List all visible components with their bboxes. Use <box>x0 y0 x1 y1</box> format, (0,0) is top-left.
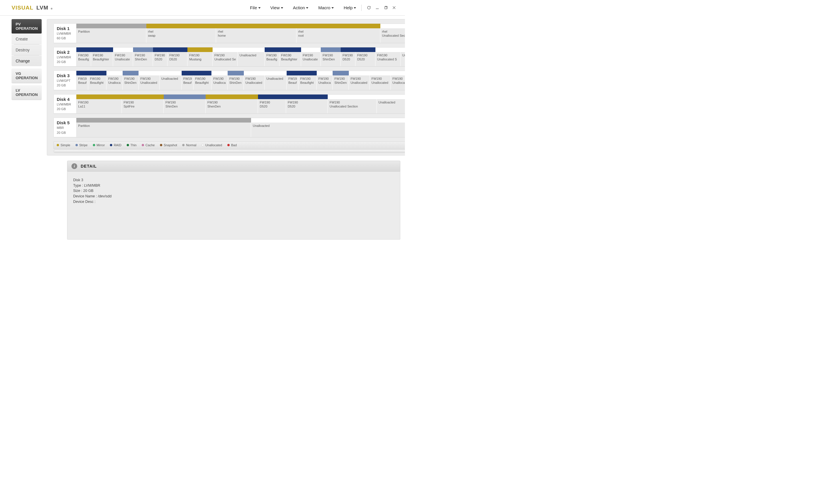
segment-bar[interactable] <box>213 47 238 52</box>
segment-bar[interactable] <box>265 71 287 75</box>
scrollbar-thumb[interactable] <box>54 150 405 152</box>
segment-bar[interactable] <box>164 95 206 99</box>
segment-bar[interactable] <box>286 95 328 99</box>
segment-bar[interactable] <box>91 47 113 52</box>
segment-label[interactable]: FW190La11 <box>76 99 122 114</box>
segment-label[interactable]: FW190Unalloca <box>317 75 333 90</box>
segment-bar[interactable] <box>76 24 146 28</box>
segment-bar[interactable] <box>76 47 91 52</box>
segment-bar[interactable] <box>333 71 349 75</box>
segment-label[interactable]: FW190SpitFire <box>122 99 164 114</box>
segment-label[interactable]: FW190ShinDen <box>123 75 139 90</box>
segment-bar[interactable] <box>167 47 187 52</box>
segment-label[interactable]: FW190Unallocated <box>370 75 390 90</box>
menu-help[interactable]: Help <box>343 5 356 10</box>
segment-label[interactable]: Unalloacted <box>238 52 265 67</box>
disk-row[interactable]: Disk 4LVM/MBR20 GBFW190La11FW190SpitFire… <box>53 94 405 114</box>
segment-bar[interactable] <box>251 118 405 123</box>
segment-label[interactable]: FW19Beauf <box>287 75 299 90</box>
segment-bar[interactable] <box>123 71 139 75</box>
segment-bar[interactable] <box>238 47 265 52</box>
segment-label[interactable]: FW190Unallocated <box>139 75 159 90</box>
segment-label[interactable]: FW190ShinDen <box>228 75 244 90</box>
menu-macro[interactable]: Macro <box>318 5 334 10</box>
segment-label[interactable]: FW190Unalloca <box>106 75 123 90</box>
segment-label[interactable]: FW190Beaufight <box>299 75 317 90</box>
segment-bar[interactable] <box>355 47 376 52</box>
segment-bar[interactable] <box>341 47 355 52</box>
segment-bar[interactable] <box>139 71 159 75</box>
segment-label[interactable]: FW190Unallocated Section <box>328 99 377 114</box>
segment-bar[interactable] <box>258 95 286 99</box>
segment-bar[interactable] <box>153 47 168 52</box>
segment-bar[interactable] <box>146 24 216 28</box>
segment-bar[interactable] <box>377 95 405 99</box>
segment-bar[interactable] <box>122 95 164 99</box>
segment-bar[interactable] <box>206 95 258 99</box>
segment-label[interactable]: FW190Beaufighter <box>91 52 113 67</box>
segment-label[interactable]: FW190ShinDen <box>164 99 206 114</box>
segment-label[interactable]: FW190D520 <box>258 99 286 114</box>
segment-bar[interactable] <box>133 47 153 52</box>
segment-bar[interactable] <box>211 71 228 75</box>
segment-bar[interactable] <box>216 24 296 28</box>
segment-label[interactable]: Partition <box>76 123 251 137</box>
segment-label[interactable]: FW190D520 <box>153 52 168 67</box>
segment-label[interactable]: Unalloacted <box>377 99 405 114</box>
segment-bar[interactable] <box>380 24 405 28</box>
segment-bar[interactable] <box>88 71 106 75</box>
segment-label[interactable]: FW190Unallocated Se <box>213 52 238 67</box>
segment-label[interactable]: rhelUnallocated Section <box>380 28 405 43</box>
segment-label[interactable]: FW190Beaufig <box>76 52 91 67</box>
segment-bar[interactable] <box>76 71 88 75</box>
minimize-icon[interactable] <box>375 5 379 10</box>
segment-bar[interactable] <box>187 47 213 52</box>
segment-label[interactable]: FW190Unallocate <box>301 52 321 67</box>
segment-label[interactable]: FW190Beaufight <box>193 75 212 90</box>
segment-label[interactable]: FW19Beauf <box>182 75 193 90</box>
disk-row[interactable]: Disk 3LVM/GPT20 GBFW19BeaufFW190Beaufigh… <box>53 71 405 90</box>
segment-bar[interactable] <box>287 71 299 75</box>
segment-label[interactable]: FW190Unallocated <box>391 75 405 90</box>
segment-bar[interactable] <box>317 71 333 75</box>
segment-bar[interactable] <box>349 71 370 75</box>
segment-label[interactable]: FW190Mustang <box>187 52 213 67</box>
segment-label[interactable]: FW190ShinDen <box>333 75 349 90</box>
segment-bar[interactable] <box>391 71 405 75</box>
horizontal-scrollbar[interactable]: ▶ <box>53 150 405 153</box>
sidebar-vg-header[interactable]: VG OPERATION <box>11 69 42 83</box>
segment-label[interactable]: FW19Beauf <box>76 75 88 90</box>
disk-row[interactable]: Disk 5MBR20 GBPartitionUnalloacted <box>53 118 405 137</box>
segment-bar[interactable] <box>401 47 405 52</box>
sidebar-pv-destroy[interactable]: Destroy <box>11 45 42 55</box>
segment-bar[interactable] <box>299 71 317 75</box>
segment-label[interactable]: Unalloacted <box>160 75 182 90</box>
segment-bar[interactable] <box>113 47 133 52</box>
segment-bar[interactable] <box>182 71 193 75</box>
segment-bar[interactable] <box>244 71 265 75</box>
segment-label[interactable]: FW190ShinDen <box>133 52 153 67</box>
segment-label[interactable]: Unalloacted <box>401 52 405 67</box>
segment-label[interactable]: Partition <box>76 28 146 43</box>
segment-label[interactable]: FW190Beaufighter <box>279 52 301 67</box>
segment-bar[interactable] <box>279 47 301 52</box>
segment-label[interactable]: FW190D520 <box>167 52 187 67</box>
segment-bar[interactable] <box>106 71 123 75</box>
segment-label[interactable]: FW190D520 <box>341 52 355 67</box>
segment-bar[interactable] <box>296 24 380 28</box>
segment-label[interactable]: FW190ShinDen <box>321 52 341 67</box>
segment-label[interactable]: rhelswap <box>146 28 216 43</box>
segment-label[interactable]: rhelhome <box>216 28 296 43</box>
restore-icon[interactable] <box>383 5 388 10</box>
segment-bar[interactable] <box>376 47 401 52</box>
segment-bar[interactable] <box>160 71 182 75</box>
segment-label[interactable]: FW190Unalloca <box>211 75 228 90</box>
segment-label[interactable]: FW190Unallocated <box>349 75 370 90</box>
segment-label[interactable]: FW190ShenDen <box>206 99 258 114</box>
segment-bar[interactable] <box>265 47 279 52</box>
segment-bar[interactable] <box>321 47 341 52</box>
disk-row[interactable]: Disk 2LVM/MBR20 GBFW190BeaufigFW190Beauf… <box>53 47 405 67</box>
segment-label[interactable]: FW190Beaufight <box>88 75 106 90</box>
menu-file[interactable]: File <box>250 5 260 10</box>
segment-bar[interactable] <box>193 71 212 75</box>
